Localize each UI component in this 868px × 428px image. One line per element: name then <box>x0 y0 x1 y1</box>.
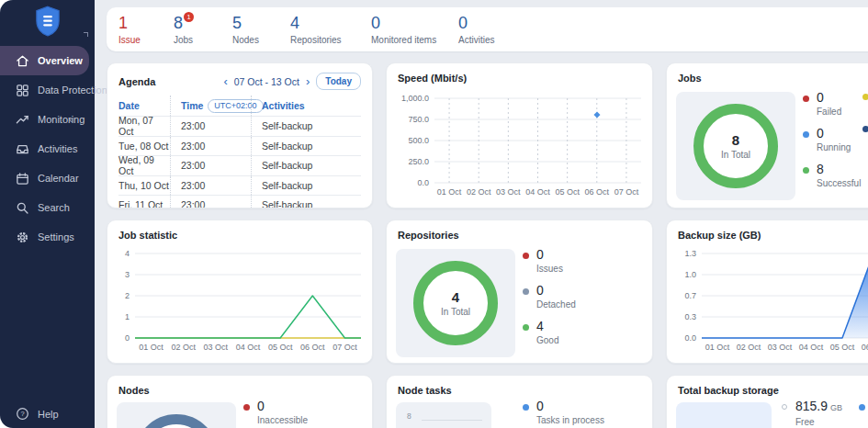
agenda-row[interactable]: Wed, 09 Oct23:00Self-backup <box>118 155 361 175</box>
agenda-row[interactable]: Thu, 10 Oct23:00Self-backup <box>118 175 361 196</box>
storage-chart-panel <box>676 402 772 428</box>
y-tick-label: 0.0 <box>417 178 429 187</box>
sidebar-item-activities[interactable]: Activities <box>0 134 95 163</box>
stat-repositories[interactable]: 4 Repositories <box>290 15 371 45</box>
next-week-icon[interactable]: › <box>306 75 310 87</box>
x-tick-label: 03 Oct <box>764 343 795 352</box>
sidebar-item-settings[interactable]: Settings <box>0 222 95 252</box>
sidebar-item-search[interactable]: Search <box>0 193 95 222</box>
prev-week-icon[interactable]: ‹ <box>223 75 227 87</box>
agenda-header-row: Date Time UTC+02:00 Activities <box>118 96 361 116</box>
stat-jobs[interactable]: 81 Jobs <box>174 15 232 45</box>
legend-label: Detached <box>536 299 576 310</box>
legend-value: 8 <box>817 163 861 176</box>
x-tick-label: 02 Oct <box>733 343 764 352</box>
agenda-cell: Self-backup <box>251 196 361 208</box>
legend-label: Issues <box>536 264 576 274</box>
y-tick-label: 1 <box>125 312 130 321</box>
main-content: 1 Issue 81 Jobs 5 Nodes 4 Repositories 0… <box>95 0 868 428</box>
x-axis-labels: 01 Oct02 Oct03 Oct04 Oct05 Oct06 Oct07 O… <box>702 343 868 352</box>
job-statistic-card: Job statistic 43210 01 Oct02 Oct03 Oct04… <box>107 220 373 364</box>
x-tick-label: 04 Oct <box>523 187 552 197</box>
y-tick-label: 1.0 <box>684 270 696 279</box>
legend-value: 0 <box>536 400 604 413</box>
x-tick-label: 07 Oct <box>329 343 361 352</box>
donut-total: 8 <box>732 132 739 148</box>
summary-stats-bar: 1 Issue 81 Jobs 5 Nodes 4 Repositories 0… <box>107 7 868 51</box>
donut-panel: 8 In Total <box>676 92 795 200</box>
sidebar-item-help[interactable]: ? Help <box>16 407 59 421</box>
sidebar-collapse-icon[interactable] <box>84 32 88 37</box>
sidebar-item-data-protection[interactable]: Data Protection <box>0 75 95 105</box>
legend-item: 4Good <box>523 320 576 345</box>
agenda-row[interactable]: Fri, 11 Oct23:00Self-backup <box>118 195 361 208</box>
legend-label: Good <box>536 335 576 345</box>
legend-label: Successful <box>817 178 861 188</box>
legend-item: 0Failed <box>803 91 861 117</box>
y-tick-label: 0.7 <box>684 291 696 300</box>
stat-value: 4 <box>290 15 299 31</box>
stat-label: Nodes <box>232 35 290 45</box>
grid-icon <box>16 84 29 97</box>
today-button[interactable]: Today <box>316 73 361 90</box>
app-window: Overview Data Protection Monitoring ‹ <box>0 0 868 428</box>
sidebar-item-label: Search <box>38 202 70 213</box>
legend-item: 0Running <box>803 127 861 152</box>
card-title: Node tasks <box>398 385 641 396</box>
y-tick-label: 500.0 <box>408 136 429 145</box>
stat-issues[interactable]: 1 Issue <box>118 15 174 45</box>
repositories-card: Repositories 4 In Total 0Issues0Detached… <box>386 220 653 364</box>
agenda-row[interactable]: Tue, 08 Oct23:00Self-backup <box>118 136 361 156</box>
legend-value: 0 <box>257 400 308 413</box>
sidebar-item-overview[interactable]: Overview <box>0 46 89 75</box>
dashboard-grid: Agenda ‹ 07 Oct - 13 Oct › Today Date Ti… <box>107 62 868 428</box>
legend-label: Inaccessible <box>257 415 308 425</box>
stat-monitored-items[interactable]: 0 Monitored items <box>371 15 458 45</box>
legend-item: 0Inaccessible <box>243 400 308 425</box>
legend-item: 8Successful <box>803 163 861 188</box>
legend-value: 0 <box>817 91 861 105</box>
node-tasks-card: Node tasks 8 0Tasks in process <box>386 375 653 428</box>
sidebar-item-label: Monitoring <box>38 114 85 125</box>
legend-item: 0Issues <box>523 248 576 274</box>
y-tick-label: 3 <box>125 270 130 279</box>
svg-text:?: ? <box>20 410 24 418</box>
agenda-cell: 23:00 <box>170 196 251 208</box>
stat-label: Issue <box>118 35 174 45</box>
x-tick-label: 03 Oct <box>199 343 231 352</box>
calendar-icon <box>16 172 29 186</box>
legend-label: Tasks in process <box>536 415 604 425</box>
chevron-left-icon[interactable]: ‹ <box>69 114 73 125</box>
legend-dot <box>862 94 868 100</box>
stat-label: Repositories <box>290 35 371 45</box>
card-title: Repositories <box>398 230 641 241</box>
plot-area <box>702 253 868 338</box>
shield-logo-icon <box>34 6 62 37</box>
backup-size-card: Backup size (GB) 1.31.00.70.30.0 01 Oct0… <box>666 220 868 364</box>
stat-activities[interactable]: 0 Activities <box>458 15 559 45</box>
jobs-donut: 8 In Total <box>693 104 778 188</box>
agenda-row[interactable]: Mon, 07 Oct23:00Self-backup <box>118 116 361 136</box>
legend-value: 4 <box>536 320 576 333</box>
x-tick-label: 06 Oct <box>582 187 612 197</box>
sidebar-item-monitoring[interactable]: Monitoring ‹ <box>0 105 95 134</box>
donut-total-label: In Total <box>721 150 750 160</box>
x-tick-label: 04 Oct <box>231 343 264 352</box>
x-tick-label: 05 Oct <box>827 343 858 352</box>
card-title: Speed (Mbit/s) <box>398 73 641 84</box>
repositories-legend: 0Issues0Detached4Good <box>523 248 576 355</box>
agenda-cell: 23:00 <box>170 156 251 175</box>
donut-total-label: In Total <box>441 307 470 317</box>
card-title: Job statistic <box>118 230 361 241</box>
stat-value: 5 <box>232 15 242 31</box>
legend-value: 0 <box>536 248 576 262</box>
legend-label: Running <box>817 142 861 152</box>
storage-legend: 815.9GBFree7Ba <box>782 400 868 427</box>
y-axis-labels: 43210 <box>118 253 135 338</box>
bar-axis-gridline <box>422 420 482 421</box>
sidebar-item-calendar[interactable]: Calendar <box>0 163 95 193</box>
stat-nodes[interactable]: 5 Nodes <box>232 15 290 45</box>
sidebar-item-label: Overview <box>38 55 83 66</box>
x-tick-label: 01 Oct <box>434 187 464 197</box>
agenda-cell: Self-backup <box>251 137 361 156</box>
